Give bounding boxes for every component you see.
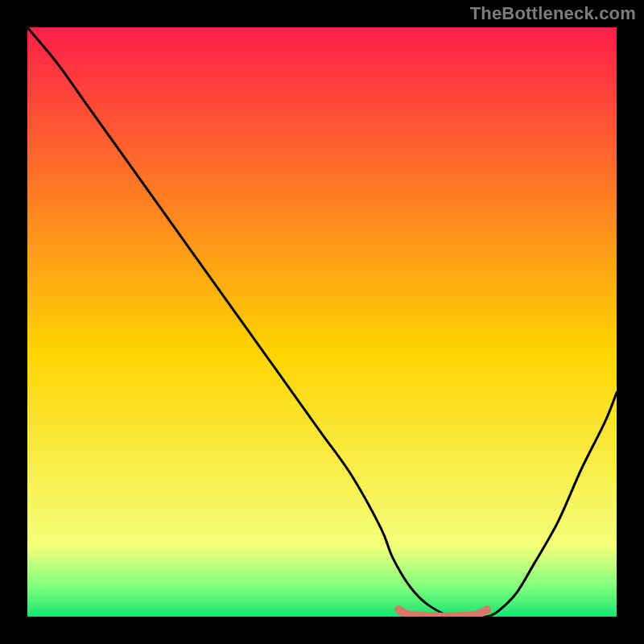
chart-frame: TheBottleneck.com <box>0 0 644 644</box>
plot-area <box>27 27 617 617</box>
watermark-text: TheBottleneck.com <box>470 3 636 24</box>
gradient-background <box>27 27 617 617</box>
plot-svg <box>27 27 617 617</box>
